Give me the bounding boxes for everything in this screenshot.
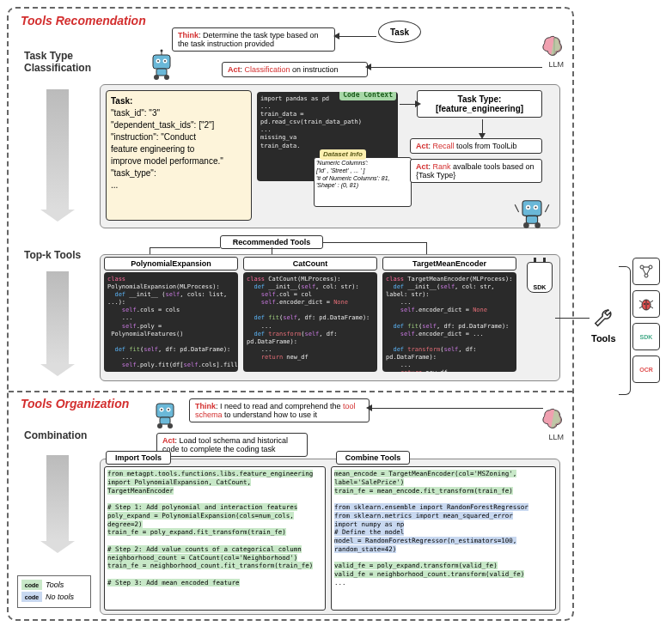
import-tools-panel: from metagpt.tools.functions.libs.featur… [104,466,326,611]
label-task-type-cls: Task Type Classification [24,50,91,74]
label-combination: Combination [24,429,87,441]
task-type-value: [feature_engineering] [425,104,535,113]
svg-line-19 [545,204,548,212]
sdk-plug-icon: SDK [527,262,553,293]
legend-text-notools: No tools [46,593,74,601]
svg-point-30 [645,274,648,277]
svg-line-18 [515,204,518,212]
combination-panel: Import Tools Combine Tools from metagpt.… [100,459,560,615]
act-bubble-1: Act: Classification on instruction [222,62,368,77]
header-organization: Tools Organization [21,397,129,410]
task-line: improve model performance." [111,155,247,167]
svg-point-6 [154,75,159,80]
connector [555,318,590,319]
task-line: "task_id": "3" [111,107,247,119]
connector [339,36,376,37]
import-tools-title: Import Tools [106,451,171,465]
svg-point-4 [164,60,166,62]
connector [323,242,426,243]
legend: code Tools code No tools [17,575,91,608]
tool-title-3: TargetMeanEncoder [382,257,516,270]
graph-icon [632,258,660,285]
task-panel: Task: "task_id": "3" "dependent_task_ids… [106,90,252,221]
llm-label-2: LLM [548,433,564,441]
connector [150,247,220,248]
tool-card-3: TargetMeanEncoder class TargetMeanEncode… [382,257,516,372]
task-line: "task_type": [111,167,247,179]
divider [9,391,572,392]
svg-point-13 [528,206,529,208]
svg-rect-0 [153,55,170,69]
arrow-head [415,100,421,107]
classification-panel: Task: "task_id": "3" "dependent_task_ids… [100,84,560,228]
svg-point-32 [644,303,645,305]
bug-icon [632,290,660,318]
task-line: "dependent_task_ids": ["2"] [111,119,247,131]
svg-rect-25 [160,417,170,424]
llm-label-1: LLM [548,60,564,69]
svg-point-17 [535,222,541,228]
think-body: : Determine the task type based on the t… [178,31,319,48]
right-tool-icons: SDK OCR [632,258,663,388]
think-bubble-2: Think: I need to read and comprehend the… [189,398,370,422]
brain-icon [541,34,567,60]
svg-rect-20 [156,404,174,417]
task-line: "instruction": "Conduct [111,131,247,143]
robot-icon-3 [148,397,182,431]
svg-point-29 [649,265,652,269]
code-line: missing_va [260,134,394,142]
legend-row-tools: code Tools [21,580,87,590]
task-type-box: Task Type: [feature_engineering] [417,90,542,118]
connector [370,67,542,68]
think-kw: Think [178,31,199,40]
act-load-bubble: Act: Load tool schema and historical cod… [156,433,308,457]
tool-code-1: class PolynomialExpansion(MLProcess): de… [104,272,238,372]
svg-point-28 [640,265,644,269]
svg-point-3 [157,60,159,62]
tool-card-2: CatCount class CatCount(MLProcess): def … [243,257,377,372]
code-line: train_data = [260,111,394,119]
legend-swatch-blue: code [21,592,42,602]
robot-icon-1 [144,48,179,82]
svg-rect-10 [522,201,541,216]
task-cloud: Task [378,21,421,43]
tool-card-1: PolynomialExpansion class PolynomialExpa… [104,257,238,372]
ds-line: ['Id' , 'Street' , ... ' ] [316,167,409,175]
ds-line: 'Shape' : (0, 81) [316,182,409,190]
task-line: ... [111,179,247,191]
think-bubble-1: Think: Determine the task type based on … [172,27,335,52]
combine-tools-title: Combine Tools [336,451,410,465]
task-type-title: Task Type: [425,94,535,104]
combine-tools-panel: mean_encode = TargetMeanEncoder(col='MSZ… [331,466,556,611]
diagram-container: Tools Recomendation Task LLM Think: Dete… [7,7,574,621]
tools-label: Tools [591,333,616,343]
tool-code-3: class TargetMeanEncoder(MLProcess): def … [382,272,516,372]
svg-point-27 [168,423,173,428]
svg-point-26 [157,423,162,428]
dataset-info-badge: Dataset Info [320,149,366,160]
sdk-icon: SDK [632,323,660,350]
tool-title-2: CatCount [243,257,377,270]
brain-icon-2 [541,407,567,433]
svg-point-9 [161,50,163,52]
label-topk: Top-k Tools [24,249,81,261]
legend-swatch-green: code [21,580,42,590]
code-line: pd.read_csv(train_data_path) [260,119,394,126]
code-line: ... [260,126,394,134]
ds-line: 'Numeric Columns': [316,160,409,167]
tool-title-1: PolynomialExpansion [104,257,238,270]
act-rank-bubble: Act: Rank avalbale tools based on {Task … [410,159,542,183]
task-line: feature engineering to [111,143,247,155]
legend-row-notools: code No tools [21,592,87,602]
connector [400,104,417,105]
dataset-info-box: Dataset Info 'Numeric Columns': ['Id' , … [314,157,412,207]
svg-point-7 [164,75,169,80]
svg-point-33 [647,303,649,305]
task-label: Task: [111,95,247,107]
flow-arrow-3 [46,455,69,541]
flow-arrow-2 [46,271,69,364]
robot-icon-2 [513,193,551,231]
wrench-icon [593,307,615,330]
code-line: ... [260,103,394,111]
code-context-badge: Code Context [339,92,396,100]
